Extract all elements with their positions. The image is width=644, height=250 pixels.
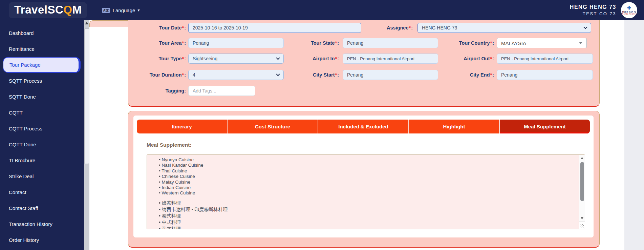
tour-duration-label: Tour Duration*:: [128, 70, 186, 80]
user-info[interactable]: HENG HENG 73 TEST CO 73: [570, 4, 616, 16]
main-content: Tour Date*: Assignee*: HENG HENG 73 Tour…: [89, 20, 644, 250]
tour-type-label: Tour Type*:: [128, 54, 186, 64]
tour-state-label: Tour State*:: [257, 38, 339, 48]
meal-item: • 马来料理: [159, 226, 575, 229]
meal-item: • Nyonya Cuisine: [159, 157, 575, 163]
scroll-down-arrow-icon[interactable]: [581, 217, 583, 220]
city-end-label: City End*:: [412, 70, 494, 80]
city-start-label: City Start*:: [257, 70, 339, 80]
scrollbar-thumb[interactable]: [580, 162, 584, 201]
tour-date-input[interactable]: [188, 23, 361, 33]
top-header: TravelSCQM A文 Language ▾ HENG HENG 73 TE…: [0, 0, 644, 20]
tagging-label: Tagging:: [128, 86, 186, 96]
sidebar-item-sqtt-process[interactable]: SQTT Process: [0, 73, 84, 89]
user-company: TEST CO 73: [570, 11, 616, 16]
meal-list-en: • Nyonya Cuisine• Nasi Kandar Cuisine• T…: [159, 157, 575, 196]
sidebar-item-remittance[interactable]: Remittance: [0, 41, 84, 57]
meal-item: • Chinese Cuisine: [159, 174, 575, 179]
tab-highlight[interactable]: Highlight: [408, 120, 499, 133]
meal-item: • Malay Cuisine: [159, 180, 575, 185]
dropdown-arrow-icon: [579, 42, 582, 44]
tab-bar: Itinerary Cost Structure Included & Excl…: [137, 120, 590, 133]
meal-item: • Thai Cuisine: [159, 168, 575, 174]
meal-item: • 中式料理: [159, 219, 575, 226]
page-right-gutter: [624, 20, 644, 250]
language-label: Language: [113, 7, 135, 13]
sidebar-item-ti-brochure[interactable]: TI Brochure: [0, 152, 84, 168]
tab-included-excluded[interactable]: Included & Excluded: [318, 120, 408, 133]
sidebar-item-sqtt-done[interactable]: SQTT Done: [0, 89, 84, 105]
sidebar-item-contact[interactable]: Contact: [0, 184, 84, 200]
tour-date-label: Tour Date*:: [128, 23, 186, 33]
avatar-line1: TEST CO 73: [622, 11, 636, 13]
translate-icon: A文: [102, 8, 110, 13]
airport-in-label: Airport In*:: [257, 54, 339, 64]
textarea-scrollbar[interactable]: [579, 155, 585, 222]
tour-area-label: Tour Area*:: [128, 38, 186, 48]
assignee-select[interactable]: HENG HENG 73: [417, 23, 591, 33]
avatar[interactable]: ✚ TEST CO 73 TRAVEL AGENCY: [621, 2, 637, 18]
language-selector[interactable]: A文 Language ▾: [102, 7, 139, 13]
user-name: HENG HENG 73: [570, 4, 616, 10]
sidebar-item-tour-package[interactable]: Tour Package: [3, 57, 81, 73]
sidebar-item-transaction-history[interactable]: Transaction History: [0, 216, 84, 232]
agency-logo-icon: ✚: [627, 6, 631, 10]
meal-item: • 娘惹料理: [159, 200, 575, 206]
meal-supplement-textarea[interactable]: • Nyonya Cuisine• Nasi Kandar Cuisine• T…: [147, 154, 585, 229]
chevron-down-icon: [583, 25, 587, 29]
app-logo-text: TravelSCQM: [14, 3, 82, 16]
resize-grip[interactable]: [579, 221, 585, 229]
tab-content-card: Itinerary Cost Structure Included & Excl…: [133, 116, 594, 237]
sidebar-item-contact-staff[interactable]: Contact Staff: [0, 200, 84, 216]
sidebar-item-cqtt[interactable]: CQTT: [0, 105, 84, 121]
sidebar-item-order-history[interactable]: Order History: [0, 232, 84, 248]
sidebar-item-cqtt-done[interactable]: CQTT Done: [0, 137, 84, 152]
chevron-down-icon: ▾: [137, 8, 139, 13]
sidebar-item-cqtt-process[interactable]: CQTT Process: [0, 121, 84, 137]
tab-itinerary[interactable]: Itinerary: [137, 120, 227, 133]
app-logo[interactable]: TravelSCQM: [9, 2, 87, 18]
tour-content-panel: Itinerary Cost Structure Included & Excl…: [128, 111, 600, 248]
sidebar-item-strike-deal[interactable]: Strike Deal: [0, 168, 84, 184]
meal-item: • Nasi Kandar Cuisine: [159, 163, 575, 168]
tour-country-label: Tour Country*:: [412, 38, 494, 48]
meal-item: • Western Cuisine: [159, 190, 575, 196]
scroll-up-arrow-icon[interactable]: [85, 22, 88, 24]
assignee-label: Assignee*:: [362, 23, 413, 33]
sidebar-nav: Dashboard Remittance Tour Package SQTT P…: [0, 20, 84, 250]
city-end-input[interactable]: [497, 70, 593, 80]
meal-item: • Indian Cuisine: [159, 185, 575, 190]
avatar-line2: TRAVEL AGENCY: [621, 13, 637, 15]
meal-supplement-heading: Meal Supplement:: [147, 142, 192, 148]
airport-out-label: Airport Out*:: [412, 54, 494, 64]
scroll-up-arrow-icon[interactable]: [581, 157, 583, 159]
tour-country-select[interactable]: MALAYSIA: [497, 38, 587, 48]
tab-meal-supplement[interactable]: Meal Supplement: [499, 120, 590, 133]
airport-out-input[interactable]: [497, 54, 593, 64]
content-scrollbar[interactable]: [84, 20, 89, 250]
meal-item: • 纳西卡达料理 - 印度穆斯林料理: [159, 206, 575, 213]
tab-cost-structure[interactable]: Cost Structure: [227, 120, 318, 133]
meal-list-zh: • 娘惹料理• 纳西卡达料理 - 印度穆斯林料理• 泰式料理• 中式料理• 马来…: [159, 200, 575, 229]
tour-details-panel: Tour Date*: Assignee*: HENG HENG 73 Tour…: [128, 20, 600, 107]
sidebar-item-dashboard[interactable]: Dashboard: [0, 25, 84, 41]
meal-list-gap: [159, 196, 575, 200]
scrollbar-thumb[interactable]: [84, 28, 89, 164]
meal-item: • 泰式料理: [159, 213, 575, 219]
tagging-input[interactable]: [188, 86, 255, 96]
